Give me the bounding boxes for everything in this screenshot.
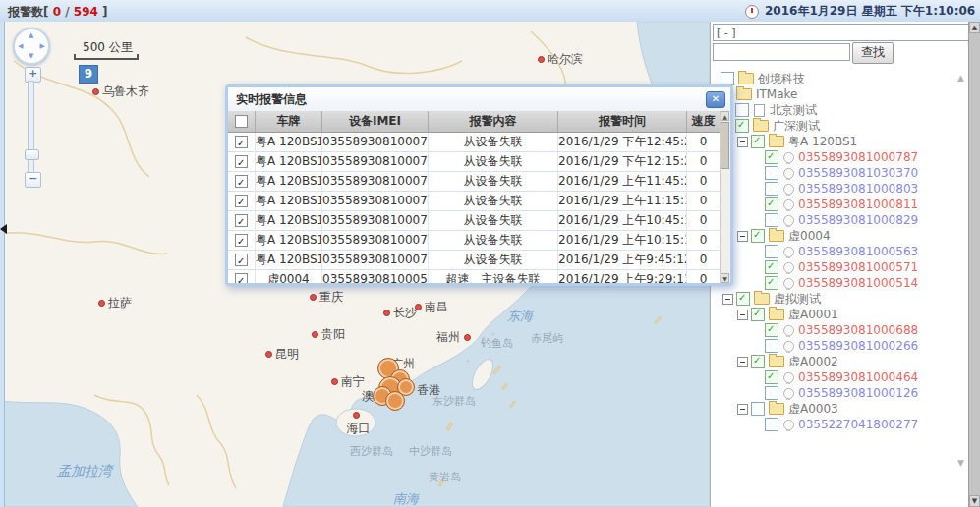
tree-checkbox[interactable] [765, 260, 778, 274]
alarm-table-row[interactable]: 粤A 120BS10355893081000787从设备失联2016/1/29 … [228, 231, 721, 251]
search-button[interactable]: 查找 [852, 42, 894, 64]
alarm-table-row[interactable]: 粤A 120BS10355893081000787从设备失联2016/1/29 … [228, 133, 721, 152]
row-checkbox[interactable] [235, 273, 248, 286]
page-scroll-up-icon[interactable]: ▲ [969, 22, 980, 33]
tree-scroll-up-icon[interactable]: ▲ [957, 73, 964, 83]
tree-checkbox[interactable] [765, 245, 778, 258]
tree-checkbox[interactable] [735, 103, 749, 117]
scrollbar-down-icon[interactable]: ▼ [721, 273, 729, 283]
tree-node[interactable]: 0355893081000829 [711, 212, 954, 228]
dialog-scrollbar[interactable]: ▲ ▼ [720, 111, 730, 283]
bulb-icon [783, 184, 794, 195]
row-checkbox[interactable] [235, 175, 248, 188]
alarm-content-cell: 从设备失联 [429, 133, 558, 151]
tree-node-label: 0355893081000464 [798, 370, 918, 384]
tree-checkbox[interactable] [765, 370, 778, 384]
tree-node[interactable]: 0355893081030370 [711, 165, 954, 181]
row-checkbox[interactable] [235, 136, 248, 148]
tree-node[interactable]: 0355893081000787 [711, 149, 954, 165]
row-checkbox[interactable] [235, 195, 248, 207]
collapse-expander-icon[interactable] [737, 231, 748, 242]
tree-checkbox[interactable] [765, 418, 778, 431]
row-checkbox[interactable] [235, 254, 248, 266]
tree-node[interactable]: 虚A0003 [711, 401, 954, 417]
select-all-checkbox[interactable] [235, 115, 248, 128]
page-scroll-down-icon[interactable]: ▼ [969, 495, 980, 507]
pan-down-icon[interactable]: ▼ [29, 53, 33, 60]
tree-node[interactable]: 虚A0002 [711, 354, 954, 369]
alarm-table-row[interactable]: 虚00040355893081000563超速、主设备失联2016/1/29 上… [228, 270, 721, 286]
tree-node[interactable]: 0355227041800277 [711, 417, 954, 432]
alarm-table-row[interactable]: 粤A 120BS10355893081000787从设备失联2016/1/29 … [228, 152, 721, 172]
scrollbar-thumb[interactable] [721, 122, 729, 169]
panel-collapse-icon[interactable] [0, 224, 7, 234]
tree-scroll-down-icon[interactable]: ▼ [957, 458, 964, 468]
tree-node[interactable]: 虚拟测试 [711, 291, 954, 307]
zoom-slider-handle[interactable] [25, 149, 39, 160]
alarm-table-row[interactable]: 粤A 120BS10355893081000787从设备失联2016/1/29 … [228, 211, 721, 231]
page-scrollbar[interactable]: ▲ ▼ [968, 22, 980, 507]
tree-node[interactable]: ITMake [711, 86, 954, 102]
tree-node[interactable]: 创境科技 [711, 71, 954, 86]
tree-node[interactable]: 0355893081000688 [711, 322, 954, 338]
row-checkbox[interactable] [235, 234, 248, 247]
tree-node[interactable]: 0355893081000126 [711, 385, 954, 401]
alarm-table-row[interactable]: 粤A 120BS10355893081000787从设备失联2016/1/29 … [228, 192, 721, 211]
tree-checkbox[interactable] [765, 166, 778, 180]
pan-left-icon[interactable]: ◀ [18, 43, 23, 50]
tree-checkbox[interactable] [765, 386, 778, 400]
collapse-expander-icon[interactable] [737, 310, 748, 320]
bulb-icon [783, 325, 794, 336]
pan-up-icon[interactable]: ▲ [29, 32, 33, 39]
tree-checkbox[interactable] [765, 213, 778, 227]
tree-node[interactable]: 0355893081000803 [711, 181, 954, 197]
tree-node[interactable]: 0355893081000571 [711, 259, 954, 275]
collapse-expander-icon[interactable] [737, 137, 748, 147]
zoom-out-button[interactable]: − [25, 172, 41, 188]
tree-checkbox[interactable] [751, 402, 765, 416]
plate-cell: 粤A 120BS1 [256, 251, 322, 269]
tree-checkbox[interactable] [736, 292, 750, 306]
alarm-table-row[interactable]: 粤A 120BS10355893081000787从设备失联2016/1/29 … [228, 251, 721, 270]
tree-checkbox[interactable] [765, 339, 778, 353]
collapse-expander-icon[interactable] [737, 357, 748, 367]
filter-input[interactable] [713, 24, 969, 41]
tree-node[interactable]: 虚0004 [711, 228, 954, 244]
collapse-expander-icon[interactable] [737, 404, 748, 415]
map-pan-control[interactable]: ▲ ▼ ◀ ▶ [13, 28, 50, 65]
tree-node[interactable]: 0355893081000563 [711, 244, 954, 259]
tree-node[interactable]: 0355893081000514 [711, 275, 954, 291]
search-input[interactable] [713, 43, 850, 61]
tree-checkbox[interactable] [765, 276, 778, 290]
tree-node[interactable]: 0355893081000266 [711, 338, 954, 354]
tree-node-label: ITMake [756, 87, 797, 101]
tree-checkbox[interactable] [765, 197, 778, 211]
tree-checkbox[interactable] [765, 182, 778, 196]
tree-checkbox[interactable] [751, 229, 765, 243]
alarm-count-suffix: ] [102, 5, 107, 19]
tree-node[interactable]: 广深测试 [711, 118, 954, 134]
pan-right-icon[interactable]: ▶ [40, 43, 45, 50]
collapse-expander-icon[interactable] [722, 294, 733, 305]
tree-checkbox[interactable] [721, 72, 734, 85]
tree-checkbox[interactable] [751, 355, 765, 368]
row-checkbox[interactable] [235, 155, 248, 168]
scrollbar-up-icon[interactable]: ▲ [721, 111, 729, 121]
tree-checkbox[interactable] [735, 119, 749, 133]
tree-node[interactable]: 粤A 120BS1 [711, 134, 954, 149]
tree-node-label: 0355893081000563 [798, 245, 918, 258]
row-checkbox-cell [228, 231, 256, 250]
tree-node[interactable]: 0355893081000464 [711, 369, 954, 385]
row-checkbox[interactable] [235, 214, 248, 227]
tree-checkbox[interactable] [751, 308, 765, 321]
tree-node[interactable]: 0355893081000811 [711, 197, 954, 212]
tree-node[interactable]: 虚A0001 [711, 307, 954, 322]
tree-node[interactable]: 北京测试 [711, 102, 954, 118]
alarm-table-row[interactable]: 粤A 120BS10355893081000787从设备失联2016/1/29 … [228, 172, 721, 192]
datetime-text: 2016年1月29日 星期五 下午1:10:06 [765, 3, 975, 20]
tree-checkbox[interactable] [765, 323, 778, 337]
vehicle-cluster-marker[interactable] [385, 391, 405, 411]
tree-checkbox[interactable] [751, 135, 765, 148]
tree-checkbox[interactable] [765, 150, 778, 164]
dialog-close-button[interactable]: ✕ [706, 91, 725, 108]
